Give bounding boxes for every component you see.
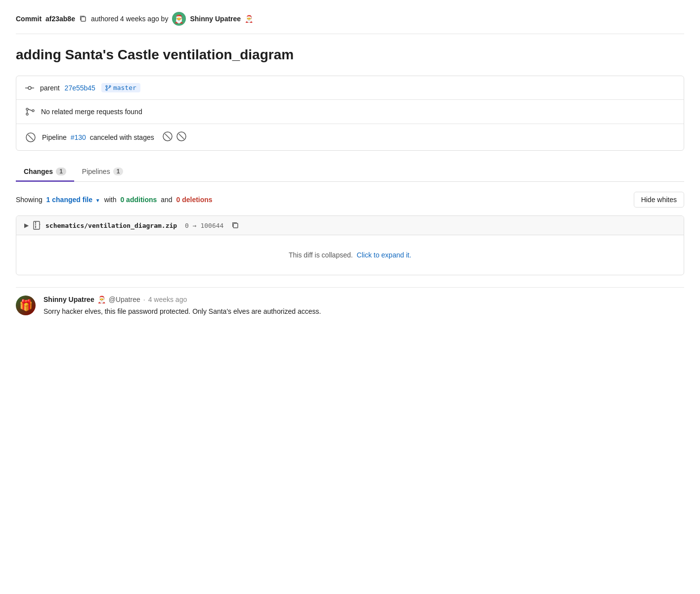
pipeline-text: Pipeline #130 canceled with stages <box>42 133 154 141</box>
comment-author-name: Shinny Upatree <box>44 296 94 303</box>
stage-icon-1 <box>162 131 173 143</box>
commit-header: Commit af23ab8e authored 4 weeks ago by … <box>16 12 684 34</box>
comment-body: Shinny Upatree 🎅 @Upatree · 4 weeks ago … <box>44 296 684 317</box>
svg-line-11 <box>28 135 33 140</box>
merge-requests-text: No related merge requests found <box>41 108 142 116</box>
commit-info-box: parent 27e55b45 master No relat <box>16 76 684 151</box>
file-diff-header: ▶ schematics/ventilation_diagram.zip 0 →… <box>16 216 684 235</box>
svg-point-7 <box>26 108 28 110</box>
commit-text: Commit <box>16 15 42 23</box>
tab-changes-count: 1 <box>56 168 66 175</box>
file-mode: 0 → 100644 <box>185 222 223 229</box>
parent-label: parent 27e55b45 <box>40 84 95 92</box>
pipeline-row: Pipeline #130 canceled with stages <box>16 124 684 150</box>
tab-changes-label: Changes <box>24 168 53 175</box>
svg-rect-18 <box>35 222 36 223</box>
stage-icon-2 <box>176 131 187 143</box>
expand-collapse-arrow[interactable]: ▶ <box>24 222 29 229</box>
deletions-count: 0 deletions <box>176 196 212 204</box>
file-diff-body: This diff is collapsed. Click to expand … <box>16 235 684 275</box>
pipeline-link[interactable]: #130 <box>71 133 86 141</box>
svg-point-1 <box>28 86 31 89</box>
svg-rect-19 <box>35 224 36 225</box>
showing-bar: Showing 1 changed file ▼ with 0 addition… <box>16 192 684 208</box>
branch-badge[interactable]: master <box>101 83 140 92</box>
branch-icon <box>105 85 111 91</box>
additions-count: 0 additions <box>120 196 157 204</box>
commit-title: adding Santa's Castle ventilation_diagra… <box>16 46 684 64</box>
svg-rect-21 <box>233 223 238 228</box>
comment-author-emoji: 🎅 <box>97 296 106 303</box>
svg-point-6 <box>109 85 111 87</box>
tab-pipelines[interactable]: Pipelines 1 <box>74 163 131 182</box>
file-diff-box: ▶ schematics/ventilation_diagram.zip 0 →… <box>16 215 684 275</box>
copy-hash-icon[interactable] <box>79 15 87 23</box>
comment-meta: Shinny Upatree 🎅 @Upatree · 4 weeks ago <box>44 296 684 303</box>
comment-handle: @Upatree <box>109 296 140 303</box>
expand-diff-link[interactable]: Click to expand it. <box>357 251 412 259</box>
svg-rect-0 <box>81 17 86 21</box>
branch-name: master <box>113 84 136 91</box>
svg-point-5 <box>106 89 107 90</box>
dropdown-arrow-icon: ▼ <box>95 198 100 203</box>
commenter-avatar: 🎁 <box>16 296 36 315</box>
file-path: schematics/ventilation_diagram.zip <box>45 222 177 229</box>
changed-file-link[interactable]: 1 changed file ▼ <box>46 196 102 204</box>
copy-file-path-icon[interactable] <box>231 221 239 229</box>
commit-hash-value: af23ab8e <box>45 15 75 23</box>
tab-pipelines-count: 1 <box>113 168 124 175</box>
comment-time: 4 weeks ago <box>148 296 187 303</box>
comment-section: 🎁 Shinny Upatree 🎅 @Upatree · 4 weeks ag… <box>16 287 684 325</box>
author-avatar: 🎅 <box>172 12 186 26</box>
commit-label: Commit af23ab8e <box>16 15 75 23</box>
parent-row: parent 27e55b45 master <box>16 76 684 100</box>
svg-rect-16 <box>34 221 40 229</box>
merge-requests-row: No related merge requests found <box>16 100 684 124</box>
pipeline-stage-icons <box>162 131 187 143</box>
file-zip-icon <box>33 221 42 230</box>
svg-rect-20 <box>35 226 36 227</box>
pipeline-canceled-icon <box>25 132 36 143</box>
svg-line-15 <box>179 134 184 139</box>
merge-request-icon <box>25 107 35 117</box>
parent-hash-link[interactable]: 27e55b45 <box>65 84 95 92</box>
tab-changes[interactable]: Changes 1 <box>16 163 74 182</box>
showing-text: Showing 1 changed file ▼ with 0 addition… <box>16 196 213 204</box>
tabs-bar: Changes 1 Pipelines 1 <box>16 163 684 182</box>
commit-icon <box>25 84 34 92</box>
collapsed-text: This diff is collapsed. <box>289 251 353 259</box>
svg-point-4 <box>106 85 107 87</box>
hide-whites-button[interactable]: Hide whites <box>634 192 684 208</box>
svg-line-13 <box>165 134 170 139</box>
author-name: Shinny Upatree <box>190 15 241 23</box>
svg-point-9 <box>32 110 34 112</box>
authored-text: authored 4 weeks ago by <box>91 15 168 23</box>
author-emoji: 🎅 <box>245 15 253 23</box>
svg-point-8 <box>26 113 28 115</box>
tab-pipelines-label: Pipelines <box>82 168 110 175</box>
comment-text: Sorry hacker elves, this file password p… <box>44 306 684 317</box>
